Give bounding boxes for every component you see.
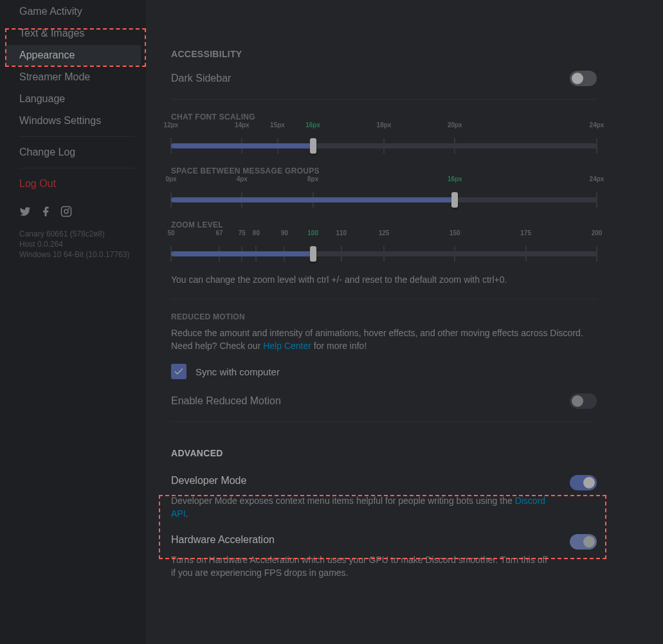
reduced-motion-desc: Reduce the amount and intensity of anima…	[171, 326, 597, 352]
zoom-slider[interactable]: 5067758090100110125150175200	[171, 235, 597, 256]
slider-label: 0px	[165, 175, 176, 183]
slider-label: 8px	[307, 175, 318, 183]
reduced-motion-heading: REDUCED MOTION	[171, 312, 597, 321]
svg-point-2	[68, 208, 69, 210]
divider	[171, 422, 597, 422]
hardware-acceleration-desc: Turns on Hardware Acceleration which use…	[171, 553, 550, 579]
sidebar-item-streamer-mode[interactable]: Streamer Mode	[5, 67, 141, 87]
slider-label: 24px	[590, 175, 604, 183]
slider-label: 75	[239, 229, 246, 237]
sync-label: Sync with computer	[195, 366, 280, 377]
enable-reduced-motion-row: Enable Reduced Motion	[171, 393, 597, 422]
slider-label: 80	[253, 229, 260, 237]
slider-label: 50	[167, 229, 174, 237]
zoom-hint: You can change the zoom level with ctrl …	[171, 274, 597, 285]
hardware-acceleration-row: Hardware Acceleration Turns on Hardware …	[171, 534, 597, 579]
version-info: Canary 60661 (578c2e8) Host 0.0.264 Wind…	[5, 225, 141, 260]
dark-sidebar-row: Dark Sidebar	[171, 71, 597, 99]
slider-label: 200	[592, 229, 603, 237]
slider-thumb[interactable]	[310, 246, 316, 262]
developer-mode-row: Developer Mode Developer Mode exposes co…	[171, 475, 597, 520]
space-between-groups-heading: SPACE BETWEEN MESSAGE GROUPS	[171, 166, 597, 175]
sidebar-item-change-log[interactable]: Change Log	[5, 142, 141, 163]
twitter-icon[interactable]	[19, 206, 31, 220]
sync-with-computer-row: Sync with computer	[171, 364, 597, 379]
reduced-motion-toggle[interactable]	[570, 393, 597, 409]
sidebar-item-windows-settings[interactable]: Windows Settings	[5, 111, 141, 131]
sidebar-divider	[19, 136, 134, 137]
accessibility-heading: ACCESSIBILITY	[171, 49, 597, 59]
instagram-icon[interactable]	[60, 206, 72, 220]
slider-thumb[interactable]	[451, 192, 458, 208]
version-line: Host 0.0.264	[19, 239, 134, 249]
slider-label: 16px	[448, 175, 462, 183]
enable-reduced-motion-label: Enable Reduced Motion	[171, 395, 281, 407]
dark-sidebar-toggle[interactable]	[570, 71, 597, 86]
slider-label: 125	[379, 229, 390, 237]
hardware-acceleration-toggle[interactable]	[570, 534, 597, 550]
slider-label: 12px	[164, 121, 179, 129]
developer-mode-label: Developer Mode	[171, 475, 246, 487]
sidebar-item-language[interactable]: Language	[5, 89, 141, 109]
version-line: Windows 10 64-Bit (10.0.17763)	[19, 249, 134, 260]
slider-label: 16px	[305, 121, 320, 129]
check-icon	[173, 366, 185, 377]
svg-point-1	[64, 210, 68, 213]
developer-mode-desc: Developer Mode exposes context menu item…	[171, 494, 550, 520]
sidebar-item-log-out[interactable]: Log Out	[5, 174, 141, 194]
sidebar-item-text-images[interactable]: Text & Images	[5, 23, 141, 44]
settings-sidebar: Game Activity Text & Images Appearance S…	[0, 0, 146, 644]
slider-label: 15px	[270, 121, 285, 129]
svg-rect-0	[62, 207, 71, 217]
developer-mode-toggle[interactable]	[570, 475, 597, 490]
sidebar-divider	[19, 168, 134, 168]
advanced-heading: ADVANCED	[171, 448, 597, 458]
divider	[171, 99, 597, 100]
slider-thumb[interactable]	[310, 138, 316, 154]
sidebar-item-game-activity[interactable]: Game Activity	[5, 1, 141, 22]
slider-label: 4px	[237, 175, 248, 183]
slider-label: 20px	[448, 121, 462, 129]
chat-font-scaling-heading: CHAT FONT SCALING	[171, 112, 597, 121]
slider-label: 14px	[235, 121, 250, 129]
slider-label: 24px	[590, 121, 604, 129]
zoom-level-heading: ZOOM LEVEL	[171, 220, 597, 229]
dark-sidebar-label: Dark Sidebar	[171, 73, 231, 84]
divider	[171, 299, 597, 300]
social-icons	[5, 195, 141, 225]
slider-label: 110	[336, 229, 347, 237]
help-center-link[interactable]: Help Center	[263, 341, 311, 351]
chat-font-slider[interactable]: 12px14px15px16px18px20px24px	[171, 127, 597, 148]
slider-label: 175	[520, 229, 531, 237]
hardware-acceleration-label: Hardware Acceleration	[171, 534, 275, 546]
slider-label: 100	[307, 229, 318, 237]
settings-content: ACCESSIBILITY Dark Sidebar CHAT FONT SCA…	[171, 0, 597, 593]
slider-label: 18px	[377, 121, 392, 129]
version-line: Canary 60661 (578c2e8)	[19, 229, 134, 239]
space-groups-slider[interactable]: 0px4px8px16px24px	[171, 181, 597, 202]
sidebar-item-appearance[interactable]: Appearance	[5, 45, 141, 66]
facebook-icon[interactable]	[40, 206, 51, 220]
slider-label: 150	[450, 229, 460, 237]
sync-checkbox[interactable]	[171, 364, 186, 379]
slider-label: 90	[281, 229, 288, 237]
slider-label: 67	[215, 229, 223, 237]
